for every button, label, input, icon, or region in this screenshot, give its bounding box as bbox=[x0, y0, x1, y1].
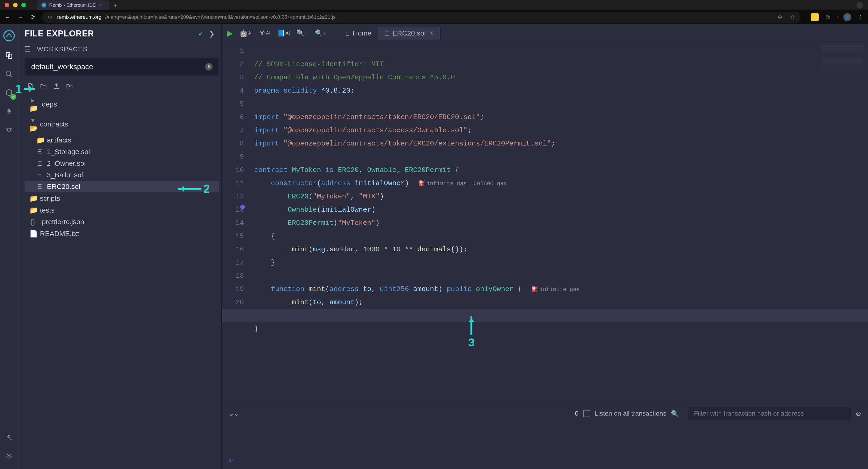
folder-open-icon: ▾📂 bbox=[29, 116, 36, 132]
text-file-icon: 📄 bbox=[29, 230, 36, 238]
folder-deps[interactable]: ▸📁 .deps bbox=[25, 94, 219, 114]
svg-point-5 bbox=[7, 128, 10, 131]
favicon-icon bbox=[41, 3, 46, 8]
code-editor[interactable]: 123456789101112131415161718192021 // SPD… bbox=[222, 42, 868, 404]
url-path: /#lang=en&optimize=false&runs=200&evmVer… bbox=[105, 14, 336, 20]
plugin-manager-tab[interactable] bbox=[3, 432, 15, 443]
upload-icon[interactable] bbox=[53, 82, 60, 90]
home-icon: ⌂ bbox=[345, 29, 349, 37]
close-tab-icon[interactable]: ✕ bbox=[429, 30, 434, 36]
tab-home[interactable]: ⌂ Home bbox=[339, 27, 378, 40]
minimize-window-button[interactable] bbox=[13, 3, 18, 7]
folder-icon: 📁 bbox=[29, 206, 36, 214]
workspace-dropdown-icon[interactable]: ⇅ bbox=[205, 63, 213, 71]
editor-area: ▶ 🤖AI 👁AI 📘AI 🔍− 🔍+ ⌂ Home Ξ ERC20.sol ✕ bbox=[222, 24, 868, 469]
terminal-body[interactable]: > bbox=[222, 423, 868, 469]
file-ballot[interactable]: Ξ 3_Ballot.sol bbox=[25, 169, 219, 181]
compiler-tab[interactable]: ✓ bbox=[3, 87, 15, 98]
site-settings-icon[interactable]: ⚙ bbox=[46, 14, 54, 20]
tabs-dropdown-button[interactable]: ⌄ bbox=[857, 2, 863, 9]
tab-title: Remix - Ethereum IDE bbox=[49, 3, 96, 8]
folder-artifacts[interactable]: 📁 artifacts bbox=[25, 134, 219, 146]
terminal-prompt: > bbox=[228, 456, 233, 464]
window-controls bbox=[5, 3, 26, 7]
window-titlebar: Remix - Ethereum IDE ✕ + ⌄ bbox=[0, 0, 868, 10]
back-button[interactable]: ← bbox=[4, 14, 11, 21]
new-tab-button[interactable]: + bbox=[114, 2, 117, 9]
file-explorer-panel: FILE EXPLORER ✓ ❯ ☰ WORKSPACES default_w… bbox=[18, 24, 222, 469]
zoom-icon[interactable]: ⊕ bbox=[776, 14, 783, 21]
listen-checkbox[interactable] bbox=[583, 410, 590, 417]
minimap[interactable] bbox=[822, 44, 863, 72]
file-owner[interactable]: Ξ 2_Owner.sol bbox=[25, 158, 219, 169]
solidity-file-icon: Ξ bbox=[385, 29, 390, 37]
solidity-file-icon: Ξ bbox=[36, 160, 43, 167]
folder-contracts[interactable]: ▾📂 contracts bbox=[25, 114, 219, 134]
folder-icon: 📁 bbox=[29, 194, 36, 202]
forward-button[interactable]: → bbox=[17, 14, 24, 21]
solidity-file-icon: Ξ bbox=[36, 148, 43, 156]
hamburger-icon[interactable]: ☰ bbox=[25, 45, 31, 53]
code-content: // SPDX-License-Identifier: MIT // Compa… bbox=[250, 42, 580, 404]
settings-tab[interactable] bbox=[3, 450, 15, 462]
remix-logo-icon[interactable] bbox=[2, 29, 16, 43]
debugger-tab[interactable] bbox=[3, 124, 15, 136]
filter-input[interactable] bbox=[688, 407, 851, 420]
svg-line-4 bbox=[10, 75, 12, 77]
ai-assistant-2[interactable]: 👁AI bbox=[259, 29, 271, 37]
annotation-1: 1 bbox=[16, 82, 35, 96]
svg-point-0 bbox=[4, 31, 14, 41]
profile-button[interactable]: 👤 bbox=[843, 13, 851, 21]
svg-point-11 bbox=[8, 455, 10, 458]
bookmark-icon[interactable]: ☆ bbox=[789, 14, 796, 21]
panel-title: FILE EXPLORER bbox=[25, 29, 94, 38]
search-tab[interactable] bbox=[3, 68, 15, 80]
extensions-menu-icon[interactable]: ⧉ bbox=[824, 14, 831, 21]
zoom-in-button[interactable]: 🔍+ bbox=[315, 29, 327, 37]
close-window-button[interactable] bbox=[5, 3, 9, 7]
file-prettierrc[interactable]: {} .prettierrc.json bbox=[25, 216, 219, 228]
close-tab-icon[interactable]: ✕ bbox=[98, 2, 102, 8]
browser-tab[interactable]: Remix - Ethereum IDE ✕ bbox=[37, 0, 109, 10]
zoom-out-button[interactable]: 🔍− bbox=[297, 29, 308, 37]
terminal-toolbar: ⌄⌄ 0 Listen on all transactions 🔍 ⊘ bbox=[222, 404, 868, 423]
listen-label: Listen on all transactions bbox=[595, 410, 666, 417]
json-file-icon: {} bbox=[29, 218, 36, 226]
workspaces-label: WORKSPACES bbox=[37, 45, 88, 53]
ai-assistant-1[interactable]: 🤖AI bbox=[240, 29, 252, 37]
editor-toolbar: ▶ 🤖AI 👁AI 📘AI 🔍− 🔍+ ⌂ Home Ξ ERC20.sol ✕ bbox=[222, 24, 868, 42]
address-bar[interactable]: ⚙ remix.ethereum.org/#lang=en&optimize=f… bbox=[42, 11, 801, 23]
folder-tests[interactable]: 📁 tests bbox=[25, 204, 219, 216]
folder-icon: ▸📁 bbox=[29, 96, 36, 112]
maximize-window-button[interactable] bbox=[21, 3, 26, 7]
tab-erc20[interactable]: Ξ ERC20.sol ✕ bbox=[378, 27, 440, 40]
ai-assistant-3[interactable]: 📘AI bbox=[277, 29, 290, 37]
annotation-2: 2 bbox=[178, 182, 210, 196]
upload-folder-icon[interactable] bbox=[66, 82, 73, 90]
solidity-file-icon: Ξ bbox=[36, 171, 43, 179]
sidebar-header: FILE EXPLORER ✓ ❯ bbox=[25, 29, 219, 38]
terminal-panel: ⌄⌄ 0 Listen on all transactions 🔍 ⊘ > bbox=[222, 404, 868, 469]
new-folder-icon[interactable] bbox=[40, 82, 47, 90]
svg-point-3 bbox=[6, 71, 11, 76]
file-tree: ▸📁 .deps ▾📂 contracts 📁 artifacts Ξ 1_St… bbox=[25, 94, 219, 239]
reload-button[interactable]: ⟳ bbox=[29, 14, 36, 21]
collapse-terminal-icon[interactable]: ⌄⌄ bbox=[228, 410, 239, 417]
deploy-tab[interactable] bbox=[3, 105, 15, 117]
run-button[interactable]: ▶ bbox=[227, 29, 233, 38]
clear-terminal-icon[interactable]: ⊘ bbox=[856, 410, 861, 417]
remix-app: ✓ FILE EXPLORER ✓ ❯ ☰ WORKSPACES bbox=[0, 24, 868, 469]
file-readme[interactable]: 📄 README.txt bbox=[25, 228, 219, 239]
workspace-selector[interactable]: default_workspace ⇅ bbox=[25, 58, 219, 76]
extension-icon[interactable] bbox=[811, 13, 819, 21]
file-explorer-tab[interactable] bbox=[3, 50, 15, 61]
git-status-icon[interactable]: ✓ bbox=[198, 30, 204, 38]
current-line-highlight bbox=[222, 309, 868, 322]
annotation-3: 3 bbox=[468, 316, 475, 350]
file-storage[interactable]: Ξ 1_Storage.sol bbox=[25, 146, 219, 158]
breakpoint-indicator bbox=[240, 205, 245, 209]
panel-next-icon[interactable]: ❯ bbox=[209, 30, 214, 38]
search-terminal-icon[interactable]: 🔍 bbox=[671, 410, 679, 417]
tx-count: 0 bbox=[575, 410, 579, 417]
browser-menu-icon[interactable]: ⋮ bbox=[857, 14, 864, 21]
